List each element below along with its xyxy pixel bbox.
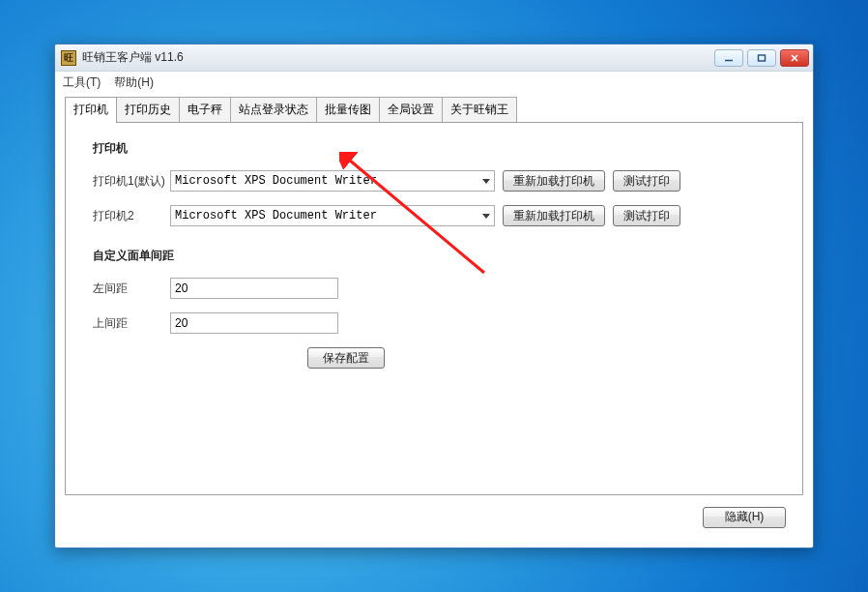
section-title-margin: 自定义面单间距 — [93, 248, 775, 264]
combo-printer1[interactable]: Microsoft XPS Document Writer — [170, 170, 495, 192]
reload-printers-2-button[interactable]: 重新加载打印机 — [503, 205, 605, 226]
row-printer2: 打印机2 Microsoft XPS Document Writer 重新加载打… — [93, 205, 775, 226]
maximize-button[interactable] — [747, 49, 776, 67]
reload-printers-1-button[interactable]: 重新加载打印机 — [503, 170, 605, 192]
tab-page-printer: 打印机 打印机1(默认) Microsoft XPS Document Writ… — [65, 122, 803, 495]
input-left-margin[interactable] — [170, 278, 338, 299]
app-window: 旺 旺销王客户端 v11.6 工具(T) 帮助(H) — [54, 44, 814, 548]
minimize-button[interactable] — [714, 49, 743, 67]
section-title-printer: 打印机 — [93, 140, 775, 157]
close-button[interactable] — [780, 49, 809, 67]
label-top-margin: 上间距 — [93, 315, 170, 332]
tab-scale[interactable]: 电子秤 — [179, 97, 231, 122]
menubar: 工具(T) 帮助(H) — [55, 72, 813, 93]
desktop-background: 旺 旺销王客户端 v11.6 工具(T) 帮助(H) — [0, 0, 868, 592]
combo-printer1-value: Microsoft XPS Document Writer — [175, 174, 377, 188]
tab-strip: 打印机 打印历史 电子秤 站点登录状态 批量传图 全局设置 关于旺销王 — [65, 97, 803, 122]
row-left-margin: 左间距 — [93, 278, 775, 299]
chevron-down-icon — [482, 212, 490, 220]
tab-print-history[interactable]: 打印历史 — [116, 97, 180, 122]
combo-printer2[interactable]: Microsoft XPS Document Writer — [170, 205, 495, 226]
footer: 隐藏(H) — [65, 495, 803, 538]
titlebar[interactable]: 旺 旺销王客户端 v11.6 — [55, 44, 813, 72]
tab-printer[interactable]: 打印机 — [65, 97, 117, 123]
tab-batch-upload[interactable]: 批量传图 — [316, 97, 380, 122]
row-printer1: 打印机1(默认) Microsoft XPS Document Writer 重… — [93, 170, 775, 192]
chevron-down-icon — [482, 177, 490, 185]
test-print-2-button[interactable]: 测试打印 — [613, 205, 680, 226]
client-area: 打印机 打印历史 电子秤 站点登录状态 批量传图 全局设置 关于旺销王 打印机 … — [55, 93, 813, 548]
menu-help[interactable]: 帮助(H) — [114, 74, 154, 91]
svg-marker-4 — [482, 179, 490, 184]
svg-marker-5 — [482, 214, 490, 219]
svg-rect-1 — [759, 55, 766, 61]
minimize-icon — [723, 53, 735, 63]
test-print-1-button[interactable]: 测试打印 — [613, 170, 680, 192]
hide-button[interactable]: 隐藏(H) — [703, 507, 786, 528]
menu-tools[interactable]: 工具(T) — [63, 74, 101, 91]
label-printer1: 打印机1(默认) — [93, 173, 170, 190]
label-printer2: 打印机2 — [93, 208, 170, 224]
close-icon — [789, 53, 800, 63]
save-config-button[interactable]: 保存配置 — [307, 347, 385, 369]
app-icon: 旺 — [61, 50, 76, 66]
maximize-icon — [756, 53, 767, 63]
window-title: 旺销王客户端 v11.6 — [82, 49, 184, 66]
input-top-margin[interactable] — [170, 312, 338, 334]
tab-login-status[interactable]: 站点登录状态 — [230, 97, 317, 122]
row-top-margin: 上间距 — [93, 312, 775, 334]
combo-printer2-value: Microsoft XPS Document Writer — [175, 209, 377, 222]
tab-about[interactable]: 关于旺销王 — [442, 97, 517, 122]
label-left-margin: 左间距 — [93, 281, 170, 297]
tab-global[interactable]: 全局设置 — [379, 97, 443, 122]
